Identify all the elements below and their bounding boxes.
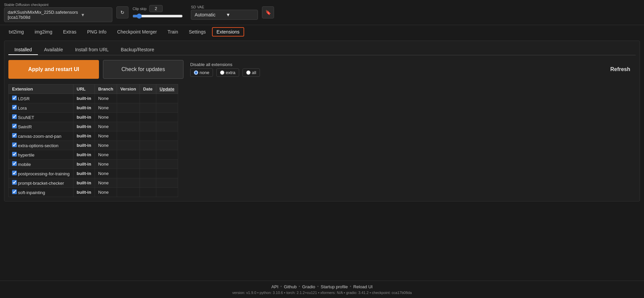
- ext-update: [156, 131, 178, 141]
- checkpoint-value: darKSushiMixMix_225D.safetensors [cca17b…: [8, 10, 78, 20]
- chevron-down-icon: ▼: [81, 12, 109, 17]
- checkpoint-section: Stable Diffusion checkpoint darKSushiMix…: [4, 3, 112, 22]
- chevron-down-icon: ▼: [226, 12, 254, 17]
- table-row: SwinIRbuilt-inNone: [9, 122, 178, 131]
- table-row: ScuNETbuilt-inNone: [9, 113, 178, 122]
- ext-update: [156, 188, 178, 197]
- clip-skip-slider[interactable]: [132, 13, 183, 19]
- ext-checkbox[interactable]: [12, 171, 17, 175]
- ext-checkbox[interactable]: [12, 161, 17, 166]
- ext-checkbox-cell[interactable]: hypertile: [9, 150, 73, 160]
- ext-checkbox[interactable]: [12, 114, 17, 119]
- col-header-url: URL: [73, 84, 95, 94]
- ext-checkbox[interactable]: [12, 142, 17, 147]
- radio-none-label: none: [200, 70, 209, 75]
- ext-checkbox-cell[interactable]: ScuNET: [9, 113, 73, 122]
- ext-date: [140, 188, 156, 197]
- tab-png-info[interactable]: PNG Info: [83, 27, 111, 37]
- ext-branch: None: [95, 150, 117, 160]
- footer-link-reload-ui[interactable]: Reload UI: [353, 284, 373, 289]
- ext-update: [156, 122, 178, 131]
- ext-url: built-in: [73, 150, 95, 160]
- tab-checkpoint-merger[interactable]: Checkpoint Merger: [112, 27, 161, 37]
- clip-skip-label: Clip skip: [132, 7, 147, 11]
- disable-section: Disable all extensions none extra all: [190, 62, 260, 77]
- ext-name: prompt-bracket-checker: [17, 181, 64, 186]
- table-row: LDSRbuilt-inNone: [9, 94, 178, 103]
- footer-link-gradio[interactable]: Gradio: [302, 284, 315, 289]
- radio-extra[interactable]: extra: [216, 68, 239, 77]
- apply-restart-button[interactable]: Apply and restart UI: [8, 60, 99, 79]
- ext-branch: None: [95, 169, 117, 178]
- ext-checkbox-cell[interactable]: Lora: [9, 103, 73, 113]
- subtab-install-from-url[interactable]: Install from URL: [69, 45, 115, 55]
- tab-txt2img[interactable]: txt2img: [4, 27, 29, 37]
- ext-url: built-in: [73, 94, 95, 103]
- ext-checkbox-cell[interactable]: soft-inpainting: [9, 188, 73, 197]
- tab-extras[interactable]: Extras: [58, 27, 81, 37]
- ext-date: [140, 160, 156, 169]
- ext-checkbox[interactable]: [12, 189, 17, 194]
- footer-link-github[interactable]: Github: [284, 284, 297, 289]
- checkpoint-label: Stable Diffusion checkpoint: [4, 3, 112, 7]
- ext-checkbox[interactable]: [12, 124, 17, 128]
- ext-checkbox[interactable]: [12, 180, 17, 185]
- ext-branch: None: [95, 103, 117, 113]
- ext-checkbox-cell[interactable]: prompt-bracket-checker: [9, 178, 73, 188]
- extensions-table: Extension URL Branch Version Date Update…: [8, 84, 178, 197]
- disable-label: Disable all extensions: [190, 62, 260, 67]
- radio-none-input[interactable]: [194, 70, 198, 75]
- ext-url: built-in: [73, 113, 95, 122]
- radio-all-input[interactable]: [246, 70, 251, 75]
- table-row: postprocessing-for-trainingbuilt-inNone: [9, 169, 178, 178]
- subtab-available[interactable]: Available: [38, 45, 69, 55]
- radio-group: none extra all: [190, 68, 260, 77]
- ext-name: canvas-zoom-and-pan: [17, 134, 61, 139]
- ext-checkbox-cell[interactable]: LDSR: [9, 94, 73, 103]
- ext-version: [117, 94, 140, 103]
- vae-value: Automatic: [195, 12, 223, 17]
- ext-checkbox[interactable]: [12, 152, 17, 157]
- ext-checkbox-cell[interactable]: canvas-zoom-and-pan: [9, 131, 73, 141]
- actions-row: Apply and restart UI Check for updates D…: [8, 60, 636, 79]
- tab-img2img[interactable]: img2img: [30, 27, 57, 37]
- vae-select[interactable]: Automatic ▼: [191, 10, 258, 20]
- col-header-update: Update: [156, 84, 178, 94]
- clip-skip-header: Clip skip 2: [132, 5, 183, 12]
- radio-extra-input[interactable]: [220, 70, 224, 75]
- checkpoint-select[interactable]: darKSushiMixMix_225D.safetensors [cca17b…: [4, 7, 112, 22]
- ext-branch: None: [95, 141, 117, 150]
- subtab-installed[interactable]: Installed: [8, 45, 38, 55]
- ext-checkbox-cell[interactable]: postprocessing-for-training: [9, 169, 73, 178]
- ext-checkbox[interactable]: [12, 96, 17, 100]
- ext-update: [156, 141, 178, 150]
- footer-link-startup-profile[interactable]: Startup profile: [321, 284, 348, 289]
- checkpoint-refresh-button[interactable]: ↻: [116, 6, 128, 18]
- radio-none[interactable]: none: [190, 68, 213, 77]
- tab-train[interactable]: Train: [163, 27, 183, 37]
- subtab-backup-restore[interactable]: Backup/Restore: [115, 45, 160, 55]
- sub-tabs: Installed Available Install from URL Bac…: [8, 45, 636, 55]
- tab-extensions[interactable]: Extensions: [212, 27, 244, 37]
- ext-checkbox[interactable]: [12, 105, 17, 110]
- tab-settings[interactable]: Settings: [184, 27, 211, 37]
- ext-checkbox-cell[interactable]: extra-options-section: [9, 141, 73, 150]
- ext-name: SwinIR: [17, 124, 32, 129]
- ext-checkbox[interactable]: [12, 133, 17, 138]
- ext-date: [140, 131, 156, 141]
- refresh-button[interactable]: Refresh: [605, 64, 636, 75]
- ext-url: built-in: [73, 188, 95, 197]
- ext-checkbox-cell[interactable]: SwinIR: [9, 122, 73, 131]
- ext-url: built-in: [73, 160, 95, 169]
- ext-date: [140, 178, 156, 188]
- footer-link-api[interactable]: API: [271, 284, 278, 289]
- check-updates-button[interactable]: Check for updates: [103, 60, 183, 79]
- ext-version: [117, 113, 140, 122]
- ext-update: [156, 178, 178, 188]
- radio-all[interactable]: all: [243, 68, 260, 77]
- ext-checkbox-cell[interactable]: mobile: [9, 160, 73, 169]
- ext-name: extra-options-section: [17, 143, 58, 148]
- ext-url: built-in: [73, 122, 95, 131]
- vae-extra-button[interactable]: 🔖: [262, 6, 274, 18]
- ext-name: mobile: [17, 162, 31, 167]
